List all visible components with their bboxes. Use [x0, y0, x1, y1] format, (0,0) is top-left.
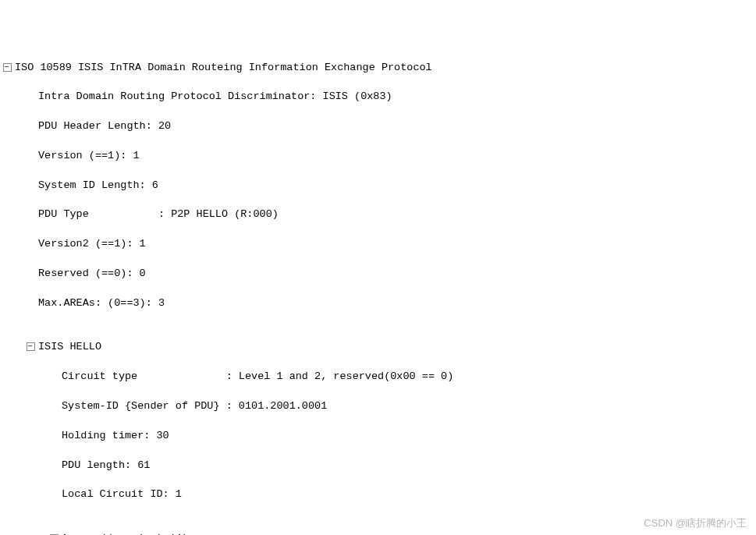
tree-row-field[interactable]: Circuit type : Level 1 and 2, reserved(0…: [3, 370, 753, 384]
field-pdu-header-length: PDU Header Length: 20: [38, 119, 171, 134]
tree-row-field[interactable]: Reserved (==0): 0: [3, 267, 753, 282]
field-version2: Version2 (==1): 1: [38, 237, 146, 252]
tree-row-field[interactable]: PDU Type : P2P HELLO (R:000): [3, 207, 753, 222]
field-local-circuit-id: Local Circuit ID: 1: [62, 487, 182, 502]
field-version: Version (==1): 1: [38, 149, 140, 164]
tree-row-field[interactable]: Local Circuit ID: 1: [3, 487, 753, 502]
tree-row-protocol-root[interactable]: ISO 10589 ISIS InTRA Domain Routeing Inf…: [3, 61, 753, 76]
tree-row-field[interactable]: Intra Domain Routing Protocol Discrimina…: [3, 90, 753, 105]
isis-hello-title: ISIS HELLO: [38, 340, 101, 355]
field-circuit-type: Circuit type : Level 1 and 2, reserved(0…: [62, 370, 453, 384]
area-addresses-title: Area address(es) (4): [62, 532, 188, 535]
tree-row-field[interactable]: Version (==1): 1: [3, 149, 753, 164]
field-sender-system-id: System-ID {Sender of PDU} : 0101.2001.00…: [62, 399, 327, 414]
watermark: CSDN @瞎折腾的小王: [644, 516, 747, 530]
collapse-icon[interactable]: [3, 63, 12, 72]
tree-row-area-addresses[interactable]: Area address(es) (4): [3, 532, 753, 535]
field-max-areas: Max.AREAs: (0==3): 3: [38, 296, 165, 311]
tree-row-field[interactable]: Max.AREAs: (0==3): 3: [3, 296, 753, 311]
tree-row-isis-hello[interactable]: ISIS HELLO: [3, 340, 753, 355]
tree-row-field[interactable]: PDU Header Length: 20: [3, 119, 753, 134]
protocol-title: ISO 10589 ISIS InTRA Domain Routeing Inf…: [15, 61, 432, 76]
field-discriminator: Intra Domain Routing Protocol Discrimina…: [38, 90, 392, 105]
tree-row-field[interactable]: System ID Length: 6: [3, 179, 753, 193]
field-pdu-length: PDU length: 61: [62, 459, 150, 473]
tree-row-field[interactable]: System-ID {Sender of PDU} : 0101.2001.00…: [3, 399, 753, 414]
field-system-id-length: System ID Length: 6: [38, 179, 158, 193]
field-pdu-type: PDU Type : P2P HELLO (R:000): [38, 207, 279, 222]
collapse-icon[interactable]: [27, 342, 35, 351]
field-holding-timer: Holding timer: 30: [62, 429, 169, 444]
field-reserved: Reserved (==0): 0: [38, 267, 146, 282]
tree-row-field[interactable]: PDU length: 61: [3, 459, 753, 473]
tree-row-field[interactable]: Holding timer: 30: [3, 429, 753, 444]
tree-row-field[interactable]: Version2 (==1): 1: [3, 237, 753, 252]
